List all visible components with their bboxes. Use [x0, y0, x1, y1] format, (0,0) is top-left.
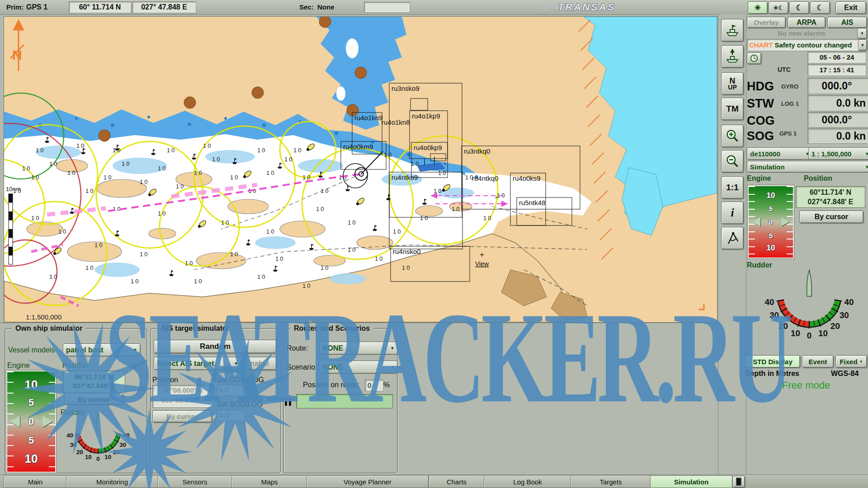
cog-value: 000.0°	[807, 112, 868, 127]
scenario-dropdown[interactable]: NONE▼	[319, 361, 398, 374]
enable-button[interactable]: Enable	[238, 357, 277, 370]
boundary-hatch	[601, 248, 613, 259]
rudder-dial[interactable]: 40302010010203040	[55, 412, 141, 465]
brightness-dark-button[interactable]: ☾	[810, 1, 830, 14]
depth-sounding: 10	[302, 174, 311, 181]
tab-log-book[interactable]: Log Book	[484, 475, 571, 488]
tab-targets[interactable]: Targets	[571, 475, 651, 488]
exit-button[interactable]: Exit	[835, 1, 866, 14]
clock-button[interactable]	[747, 52, 761, 64]
scale-select-value: 1 : 1,500,000	[811, 150, 851, 158]
alarm-dropdown-button[interactable]: ▼	[857, 28, 867, 39]
depth-sounding: 10	[85, 188, 94, 194]
kn-unit: kn	[246, 411, 255, 419]
pause-button[interactable]	[285, 396, 292, 408]
islet-dot	[355, 67, 367, 79]
cog-input[interactable]: 0.0	[217, 384, 245, 396]
throttle-increase-arrow[interactable]	[42, 416, 52, 427]
rudder-indicator[interactable]: 40302010010203040	[749, 269, 868, 345]
rudder-dial[interactable]: 40302010010203040	[749, 269, 868, 343]
ais-position-lon: 000°00.000' E	[153, 395, 212, 405]
engine-telegraph[interactable]: 10 5 0 5 10	[748, 185, 794, 258]
tab-main[interactable]: Main	[4, 475, 67, 488]
pause-icon	[285, 398, 287, 406]
alert-dropdown-button[interactable]: ▼	[858, 39, 867, 51]
chart-area[interactable]: 1010101010101010101010101010101010101010…	[4, 16, 717, 323]
sog-input[interactable]: 0.0	[217, 409, 245, 421]
zoom-out-button[interactable]	[721, 150, 744, 173]
vessel-model-value: patrol boat	[66, 346, 104, 354]
tab-maps[interactable]: Maps	[231, 475, 307, 488]
mode-select-dropdown[interactable]: Simulation▼	[747, 161, 868, 173]
depth-sounding: 10	[266, 228, 275, 235]
position-on-route-input[interactable]: 0	[365, 380, 383, 391]
rudder-scale-label: 20	[113, 449, 120, 455]
info-button[interactable]: i	[721, 202, 744, 224]
throttle-increase-arrow[interactable]	[781, 217, 789, 226]
boundary-hatch	[596, 191, 608, 202]
ais-button[interactable]: AIS	[827, 17, 867, 28]
vessel-model-dropdown[interactable]: patrol boat▼	[63, 343, 141, 357]
brightness-dusk-button[interactable]: ☀☾	[769, 1, 788, 14]
position-section-label: Position	[804, 174, 832, 183]
zoom-in-button[interactable]	[721, 125, 744, 147]
north-up-label2: UP	[728, 84, 736, 90]
arpa-button[interactable]: ARPA	[788, 17, 826, 28]
brightness-day-button[interactable]: ☀	[748, 1, 768, 14]
tab-simulation[interactable]: Simulation	[650, 475, 732, 488]
tab-charts[interactable]: Charts	[429, 475, 485, 488]
route-progress-bar[interactable]	[296, 394, 393, 408]
hdg-source: GYRO	[781, 83, 798, 90]
chart-cell-label: ru4nsko0	[393, 248, 421, 255]
overlay-button[interactable]: Overlay	[747, 17, 786, 28]
svg-text:10nm: 10nm	[6, 186, 21, 192]
ais-by-cursor-button[interactable]: By cursor	[152, 410, 212, 422]
pause-icon	[289, 398, 291, 406]
panel-toggle-button[interactable]	[732, 476, 745, 488]
route-dropdown[interactable]: NONE▼	[319, 342, 398, 355]
true-motion-button[interactable]: TM	[721, 98, 744, 120]
fixed-dropdown-button[interactable]: Fixed▼	[835, 355, 867, 368]
rudder-scale-label: 40	[844, 297, 854, 307]
tab-monitoring[interactable]: Monitoring	[66, 475, 158, 488]
depth-sounding: 10	[266, 169, 275, 176]
panel-icon	[736, 478, 741, 486]
random-button[interactable]: Random	[154, 340, 277, 353]
ais-position-field[interactable]: 00°00.000' N 000°00.000' E	[152, 385, 213, 408]
chart-select-dropdown[interactable]: de110000▼	[747, 147, 813, 160]
tab-sensors[interactable]: Sensors	[157, 475, 232, 488]
depth-sounding: 10	[284, 156, 293, 163]
depth-sounding: 10	[131, 278, 140, 285]
throttle-decrease-arrow[interactable]	[752, 217, 760, 226]
scale-select-dropdown[interactable]: 1 : 1,500,000▼	[808, 147, 868, 160]
islet-dot	[252, 87, 264, 99]
position-on-route-label: Position on route:	[303, 381, 359, 389]
original-scale-button[interactable]: 1:1	[721, 176, 744, 199]
engine-scale-label: 10	[7, 452, 55, 466]
ownship-engine-telegraph[interactable]: 10 5 0 5 10	[6, 371, 56, 473]
tab-voyage-planner[interactable]: Voyage Planner	[307, 475, 429, 488]
depth-sounding: 10	[104, 174, 113, 181]
event-button[interactable]: Event	[802, 355, 834, 368]
engine-section-label: Engine	[747, 174, 771, 183]
by-cursor-button[interactable]: By cursor	[799, 211, 863, 223]
select-ais-target-dropdown[interactable]: Select AIS target▼	[154, 357, 241, 370]
depth-sounding: 10	[140, 178, 149, 185]
rudder-scale-label: 40	[765, 297, 774, 307]
std-display-button[interactable]: STD Display	[745, 355, 800, 368]
depth-sounding: 10	[212, 156, 221, 163]
brightness-night-button[interactable]: ☾	[789, 1, 809, 14]
cog-label: COG	[747, 114, 775, 128]
center-ship-button[interactable]	[721, 45, 744, 68]
depth-sounding: 10	[257, 273, 266, 280]
erbl-button[interactable]	[721, 227, 744, 249]
chart-canvas[interactable]: 1010101010101010101010101010101010101010…	[4, 17, 717, 322]
throttle-decrease-arrow[interactable]	[10, 416, 20, 427]
boundary-hatch	[588, 115, 600, 127]
sun-moon-icon: ☀☾	[773, 5, 783, 11]
engine-scale-label: 5	[7, 397, 55, 408]
ship-display-button[interactable]	[721, 19, 744, 42]
north-up-button[interactable]: NUP	[721, 72, 744, 95]
ownship-rudder-indicator[interactable]: 40302010010203040	[55, 412, 141, 466]
ownship-by-cursor-button[interactable]: By cursor	[65, 393, 123, 405]
